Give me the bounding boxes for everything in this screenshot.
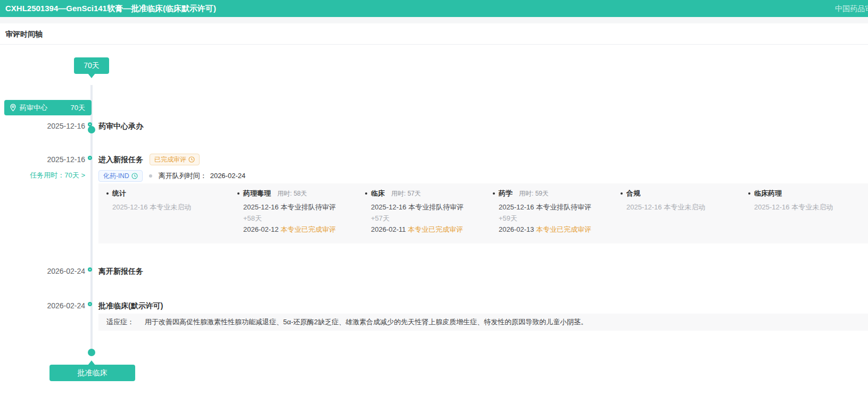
specialty-done-line: 2026-02-12 本专业已完成审评 [237, 224, 363, 235]
center-days: 70天 [71, 103, 85, 113]
status-text: 本专业未启动 [664, 203, 705, 211]
queue-info-row: 化药-IND 离开队列时间： 2026-02-24 [98, 170, 245, 182]
status-text: 本专业已完成审评 [280, 225, 336, 233]
specialty-name: 临床药理 [754, 188, 782, 199]
specialty-col-compliance: 合规 2025-12-16 本专业未启动 [621, 188, 746, 213]
specialty-done-line: 2026-02-13 本专业已完成审评 [493, 224, 618, 235]
specialty-col-clinical: 临床 用时: 57天 2025-12-16 本专业排队待审评 +57天 2026… [365, 188, 491, 235]
location-pin-icon [10, 104, 16, 112]
bullet-icon [493, 192, 495, 195]
specialty-duration: 用时: 59天 [519, 188, 549, 199]
status-date: 2025-12-16 [371, 203, 407, 211]
event-row: 药审中心承办 [98, 121, 143, 131]
status-text: 本专业排队待审评 [408, 203, 464, 211]
center-label: 药审中心 [20, 103, 47, 113]
status-date: 2025-12-16 [754, 203, 790, 211]
badge-arrow-down [88, 73, 95, 78]
approval-badge: 批准临床 [49, 365, 135, 381]
specialty-header: 药学 用时: 59天 [493, 188, 618, 199]
specialty-header: 临床药理 [748, 188, 868, 199]
bullet-icon [237, 192, 239, 195]
event-marker [88, 156, 92, 160]
clock-icon [188, 156, 195, 163]
event-marker [88, 267, 92, 272]
queue-leave-label: 离开队列时间： [159, 171, 207, 181]
specialty-status-line: 2025-12-16 本专业未启动 [106, 202, 232, 213]
total-days-badge: 70天 [74, 57, 109, 74]
specialty-header: 合规 [621, 188, 746, 199]
timeline-canvas: 70天 药审中心 70天 2025-12-16 药审中心承办 2025-12-1… [0, 45, 868, 403]
wait-days: +57天 [371, 214, 390, 222]
specialty-col-statistics: 统计 2025-12-16 本专业未启动 [106, 188, 232, 213]
specialty-duration: 用时: 57天 [391, 188, 421, 199]
specialty-status-line: 2025-12-16 本专业排队待审评 [237, 202, 363, 213]
status-text: 本专业已完成审评 [536, 225, 591, 233]
clock-icon [131, 173, 138, 179]
specialty-status-line: 2025-12-16 本专业排队待审评 [493, 202, 618, 213]
page-title: CXHL2501394—GenSci141软膏—批准临床(临床默示许可) [0, 4, 216, 14]
specialty-header: 统计 [106, 188, 232, 199]
specialty-name: 药学 [499, 188, 512, 199]
event-marker [88, 122, 92, 127]
specialty-duration: 用时: 58天 [277, 188, 307, 199]
event-title: 离开新报任务 [98, 266, 143, 276]
specialty-name: 临床 [371, 188, 385, 199]
wait-days: +59天 [499, 214, 517, 222]
review-center-bar: 药审中心 70天 [4, 100, 92, 115]
status-date: 2025-12-16 [499, 203, 534, 211]
specialty-wait-line: +57天 [365, 213, 491, 224]
bullet-icon [621, 192, 623, 195]
specialty-name: 合规 [626, 188, 640, 199]
event-title: 批准临床(默示许可) [98, 300, 163, 311]
status-text: 本专业已完成审评 [408, 225, 463, 233]
status-date: 2025-12-16 [112, 203, 148, 211]
event-title: 药审中心承办 [98, 121, 143, 131]
specialty-col-clinpharm: 临床药理 2025-12-16 本专业未启动 [748, 188, 868, 213]
event-date: 2026-02-24 [0, 266, 85, 276]
specialty-header: 药理毒理 用时: 58天 [237, 188, 363, 199]
indication-label: 适应症： [106, 317, 134, 327]
review-timeline-card: 审评时间轴 70天 药审中心 70天 2025-12-16 药审中心承办 202… [0, 23, 868, 404]
task-duration-link[interactable]: 任务用时：70天 > [0, 170, 85, 181]
bullet-icon [365, 192, 367, 195]
status-text: 本专业未启动 [150, 203, 191, 211]
status-text: 本专业未启动 [791, 203, 833, 211]
drug-type-label: 化药-IND [103, 171, 129, 181]
event-row: 离开新报任务 [98, 266, 143, 276]
event-row: 进入新报任务 已完成审评 [98, 154, 200, 165]
specialty-done-line: 2026-02-11 本专业已完成审评 [365, 224, 491, 235]
status-date: 2026-02-12 [243, 225, 279, 233]
event-date: 2025-12-16 [0, 121, 85, 131]
separator-dot [149, 174, 152, 178]
specialty-name: 药理毒理 [243, 188, 271, 199]
status-date: 2025-12-16 [626, 203, 662, 211]
specialties-panel: 统计 2025-12-16 本专业未启动 药理毒理 用时: 58天 2025-1… [98, 183, 868, 243]
event-title: 进入新报任务 [98, 154, 143, 165]
specialty-status-line: 2025-12-16 本专业未启动 [621, 202, 746, 213]
specialty-wait-line: +58天 [237, 213, 363, 224]
bullet-icon [748, 192, 750, 195]
section-title: 审评时间轴 [0, 23, 868, 45]
status-text: 本专业排队待审评 [280, 203, 336, 211]
indication-box: 适应症： 用于改善因高促性腺激素性性腺功能减退症、5α-还原酶2缺乏症、雄激素合… [98, 314, 868, 331]
event-date: 2026-02-24 [0, 300, 85, 311]
wait-days: +58天 [243, 214, 262, 222]
status-date: 2026-02-13 [499, 225, 534, 233]
bullet-icon [106, 192, 109, 195]
event-row: 批准临床(默示许可) [98, 300, 163, 311]
status-date: 2025-12-16 [243, 203, 279, 211]
drug-type-badge[interactable]: 化药-IND [98, 170, 143, 182]
status-date: 2026-02-11 [371, 225, 406, 233]
specialty-name: 统计 [112, 188, 126, 199]
queue-leave-date: 2026-02-24 [210, 171, 246, 181]
specialty-header: 临床 用时: 57天 [365, 188, 491, 199]
specialty-status-line: 2025-12-16 本专业未启动 [748, 202, 868, 213]
event-date: 2025-12-16 [0, 154, 85, 165]
specialty-col-pharmtox: 药理毒理 用时: 58天 2025-12-16 本专业排队待审评 +58天 20… [237, 188, 363, 235]
timeline-start-dot [88, 126, 95, 133]
timeline-end-dot [88, 349, 95, 356]
event-marker [88, 302, 92, 306]
specialty-status-line: 2025-12-16 本专业排队待审评 [365, 202, 491, 213]
status-badge-completed[interactable]: 已完成审评 [150, 154, 200, 165]
brand-text: 中国药品审 [835, 0, 868, 17]
